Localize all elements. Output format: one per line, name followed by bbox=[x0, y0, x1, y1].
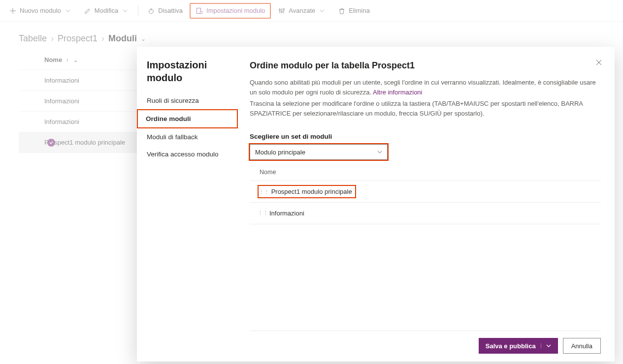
panel-title: Ordine modulo per la tabella Prospect1 bbox=[250, 61, 601, 71]
chevron-down-icon bbox=[377, 150, 382, 154]
drag-handle-icon[interactable]: ⋮⋮ bbox=[259, 189, 269, 195]
nav-item-security-roles[interactable]: Ruoli di sicurezza bbox=[137, 92, 238, 109]
form-set-label: Scegliere un set di moduli bbox=[250, 133, 601, 140]
save-publish-split[interactable] bbox=[541, 343, 551, 348]
form-set-dropdown[interactable]: Modulo principale bbox=[250, 144, 388, 160]
panel-content: Ordine modulo per la tabella Prospect1 Q… bbox=[238, 47, 615, 362]
close-icon bbox=[595, 59, 603, 66]
order-list-item[interactable]: ⋮⋮ Prospect1 modulo principale bbox=[250, 181, 601, 203]
panel-nav: Impostazioni modulo Ruoli di sicurezza O… bbox=[137, 47, 238, 362]
order-item-name: Informazioni bbox=[269, 210, 304, 217]
chevron-down-icon bbox=[546, 343, 551, 348]
nav-item-form-order[interactable]: Ordine moduli bbox=[137, 109, 238, 128]
panel-footer: Salva e pubblica Annulla bbox=[250, 331, 601, 362]
panel-nav-title: Impostazioni modulo bbox=[137, 59, 238, 92]
save-publish-label: Salva e pubblica bbox=[486, 342, 536, 350]
form-set-value: Modulo principale bbox=[255, 149, 305, 156]
panel-description-1: Quando sono abilitati più moduli per un … bbox=[250, 78, 601, 97]
order-list-header: Nome bbox=[250, 160, 601, 181]
nav-item-fallback-forms[interactable]: Moduli di fallback bbox=[137, 128, 238, 146]
cancel-button[interactable]: Annulla bbox=[563, 338, 601, 354]
nav-item-verify-access[interactable]: Verifica accesso modulo bbox=[137, 146, 238, 163]
drag-handle-icon[interactable]: ⋮⋮ bbox=[258, 210, 264, 216]
learn-more-link[interactable]: Altre informazioni bbox=[373, 89, 422, 96]
save-publish-button[interactable]: Salva e pubblica bbox=[479, 338, 558, 354]
close-button[interactable] bbox=[595, 59, 603, 66]
form-settings-panel: Impostazioni modulo Ruoli di sicurezza O… bbox=[137, 47, 615, 362]
order-item-name: Prospect1 modulo principale bbox=[271, 188, 352, 195]
panel-description-2: Trascina la selezione per modificare l'o… bbox=[250, 99, 601, 118]
order-list-item[interactable]: ⋮⋮ Informazioni bbox=[250, 203, 601, 224]
